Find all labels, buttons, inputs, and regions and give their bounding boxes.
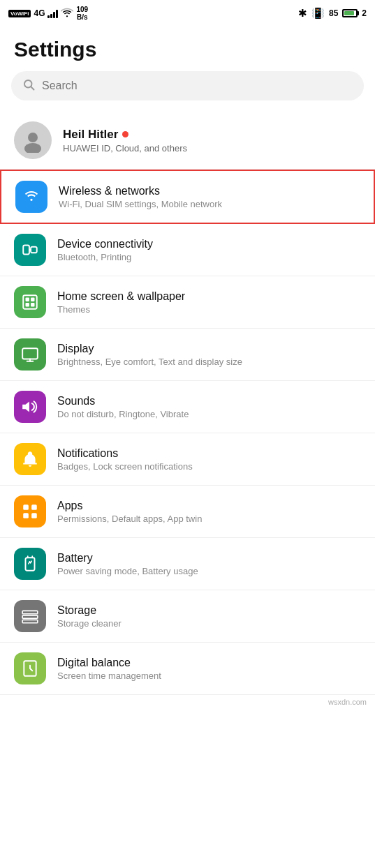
svg-rect-25 [22,620,38,622]
network-speed: 109B/s [76,6,88,21]
notifications-sub: Badges, Lock screen notifications [57,461,193,472]
display-title: Display [57,343,242,355]
storage-title: Storage [57,604,122,617]
avatar [14,121,52,159]
sounds-icon-box [14,391,46,423]
settings-item-notifications[interactable]: Notifications Badges, Lock screen notifi… [0,433,375,486]
search-input[interactable] [42,80,353,92]
time: 2 [362,8,367,18]
storage-text: Storage Storage cleaner [57,604,122,629]
battery-title: Battery [57,552,198,564]
battery-icon [342,9,358,17]
sounds-title: Sounds [57,395,189,407]
settings-item-digital-balance[interactable]: Digital balance Screen time management [0,643,375,695]
svg-rect-7 [23,295,37,309]
watermark: wsxdn.com [0,695,375,709]
wireless-icon-box [15,181,47,213]
storage-icon-box [14,600,46,632]
battery-icon-box [14,548,46,580]
vibrate-icon: 📳 [311,7,325,20]
battery-percent: 85 [329,8,338,18]
home-screen-icon-box [14,286,46,318]
battery-text: Battery Power saving mode, Battery usage [57,552,198,576]
page-title: Settings [0,25,375,71]
digital-balance-sub: Screen time management [57,671,161,681]
apps-sub: Permissions, Default apps, App twin [57,514,202,524]
home-screen-sub: Themes [57,304,185,315]
svg-rect-16 [23,504,29,510]
settings-item-wireless[interactable]: Wireless & networks Wi-Fi, Dual SIM sett… [0,170,375,224]
device-connectivity-title: Device connectivity [57,238,153,250]
svg-rect-8 [26,298,29,301]
status-left: VoWiFi 4G 109B/s [8,6,88,21]
signal-bars [47,8,58,18]
wifi-icon [61,8,73,19]
settings-list: Wireless & networks Wi-Fi, Dual SIM sett… [0,170,375,695]
svg-line-1 [31,87,34,89]
status-right: ✱ 📳 85 2 [298,7,367,20]
settings-item-home-screen[interactable]: Home screen & wallpaper Themes [0,276,375,329]
display-sub: Brightness, Eye comfort, Text and displa… [57,357,242,367]
bluetooth-icon: ✱ [298,7,307,20]
display-text: Display Brightness, Eye comfort, Text an… [57,343,242,367]
svg-rect-5 [31,247,37,253]
wireless-title: Wireless & networks [59,185,222,197]
apps-title: Apps [57,500,202,512]
digital-balance-title: Digital balance [57,657,161,669]
svg-rect-10 [26,303,29,306]
search-icon [22,78,35,93]
svg-rect-4 [23,246,29,255]
svg-rect-20 [26,558,35,570]
svg-rect-19 [31,513,37,518]
settings-item-device-connectivity[interactable]: Device connectivity Bluetooth, Printing [0,224,375,276]
settings-item-battery[interactable]: Battery Power saving mode, Battery usage [0,538,375,590]
settings-item-apps[interactable]: Apps Permissions, Default apps, App twin [0,486,375,538]
account-name: Heil Hitler [63,128,187,142]
svg-rect-24 [22,615,38,618]
svg-rect-23 [22,611,38,613]
settings-item-display[interactable]: Display Brightness, Eye comfort, Text an… [0,329,375,381]
notifications-title: Notifications [57,447,193,460]
display-icon-box [14,338,46,371]
apps-icon-box [14,495,46,527]
account-sub: HUAWEI ID, Cloud, and others [63,143,187,154]
sounds-text: Sounds Do not disturb, Ringtone, Vibrate [57,395,189,419]
status-bar: VoWiFi 4G 109B/s ✱ 📳 85 2 [0,0,375,25]
account-row[interactable]: Heil Hitler HUAWEI ID, Cloud, and others [0,112,375,170]
device-connectivity-icon-box [14,234,46,266]
svg-point-2 [28,133,38,142]
digital-balance-icon-box [14,652,46,684]
svg-point-3 [24,143,41,153]
battery-sub: Power saving mode, Battery usage [57,566,198,576]
search-bar[interactable] [11,71,364,100]
device-connectivity-text: Device connectivity Bluetooth, Printing [57,238,153,262]
home-screen-text: Home screen & wallpaper Themes [57,290,185,315]
svg-rect-9 [31,298,34,301]
storage-sub: Storage cleaner [57,618,122,629]
account-dot [122,131,128,137]
signal-4g: 4G [34,8,45,18]
wireless-sub: Wi-Fi, Dual SIM settings, Mobile network [59,199,222,209]
wireless-text: Wireless & networks Wi-Fi, Dual SIM sett… [59,185,222,209]
svg-rect-12 [22,348,38,359]
svg-rect-17 [31,504,37,510]
apps-text: Apps Permissions, Default apps, App twin [57,500,202,524]
svg-rect-11 [31,303,34,306]
account-info: Heil Hitler HUAWEI ID, Cloud, and others [63,128,187,154]
settings-item-storage[interactable]: Storage Storage cleaner [0,590,375,643]
notifications-text: Notifications Badges, Lock screen notifi… [57,447,193,472]
home-screen-title: Home screen & wallpaper [57,290,185,303]
wovifi-badge: VoWiFi [8,10,31,17]
notifications-icon-box [14,443,46,475]
sounds-sub: Do not disturb, Ringtone, Vibrate [57,409,189,419]
digital-balance-text: Digital balance Screen time management [57,657,161,681]
device-connectivity-sub: Bluetooth, Printing [57,252,153,262]
svg-marker-15 [22,401,29,412]
svg-rect-18 [23,513,29,518]
settings-item-sounds[interactable]: Sounds Do not disturb, Ringtone, Vibrate [0,381,375,433]
